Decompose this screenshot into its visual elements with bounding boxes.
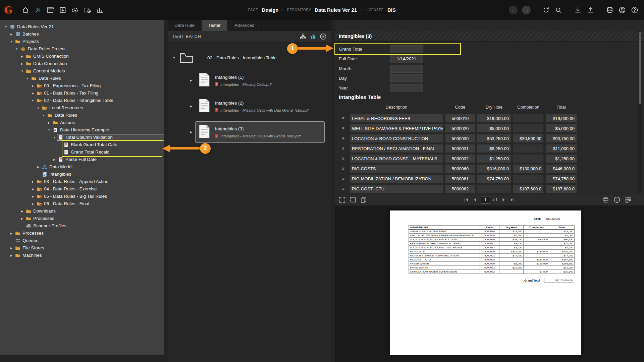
document-expander-collapsed-icon[interactable]: ▶ — [187, 130, 195, 134]
scrollbar-thumb[interactable] — [639, 32, 641, 104]
tree-item-parse-full-date[interactable]: ▶Parse Full Date — [0, 156, 164, 163]
tree-item-body[interactable]: Projects — [14, 38, 41, 45]
tree-item-grand-total-recalc[interactable]: Grand Total Recalc — [0, 148, 164, 156]
cell-description[interactable]: LOCATION & ROAD CONSTRUCTION — [350, 134, 443, 142]
tree-item-data-hierarchy-example[interactable]: ▼Data Hierarchy Example — [0, 126, 164, 134]
cell-total[interactable]: $1,250.00 — [546, 155, 577, 163]
repository-value[interactable]: Data Rules Ver 21 — [315, 7, 357, 13]
tree-item-body[interactable]: Downloads — [25, 208, 58, 215]
tree-item-body[interactable]: 02 - Data Rules - Intangibles Table — [36, 97, 116, 104]
tree-item-body[interactable]: Data Rules — [30, 75, 63, 82]
row-drag-handle-icon[interactable]: ≡ — [339, 176, 347, 181]
tree-item-body[interactable]: 06 - Data Rules - Final — [36, 200, 92, 207]
cell-dry-hole[interactable]: $74,750.00 — [477, 175, 511, 183]
row-drag-handle-icon[interactable]: ≡ — [339, 186, 347, 191]
tree-item-total-column-validation[interactable]: ▼Total Column Validation — [0, 134, 164, 141]
tree-expander-open-icon[interactable]: ▼ — [41, 114, 46, 117]
page-value[interactable]: Design — [262, 7, 279, 13]
field-value-input[interactable]: 1/14/2021 — [390, 55, 423, 63]
tree-expander-open-icon[interactable]: ▼ — [30, 99, 36, 102]
tools-icon[interactable] — [34, 6, 42, 14]
tree-item-body[interactable]: Data Rules — [46, 112, 79, 119]
tree-expander-open-icon[interactable]: ▼ — [25, 77, 30, 80]
user-account-icon[interactable] — [618, 6, 626, 14]
tree-item-body[interactable]: CMIS Connection — [25, 53, 71, 60]
tree-item-data-rules[interactable]: ▼Data Rules — [0, 112, 164, 119]
refresh-icon[interactable] — [542, 6, 550, 14]
tree-expander-closed-icon[interactable]: ▶ — [30, 180, 36, 183]
tree-expander-closed-icon[interactable]: ▶ — [30, 92, 36, 95]
document-row-intangibles-2[interactable]: ▶Intangibles (2)Intangibles - Missing Ce… — [168, 96, 331, 117]
cell-total[interactable]: $5,000.00 — [546, 124, 577, 132]
tree-item-body[interactable]: Data Connection — [25, 60, 69, 67]
tree-expander-open-icon[interactable]: ▼ — [9, 40, 14, 43]
tree-expander-closed-icon[interactable]: ▶ — [19, 55, 25, 58]
document-expander-collapsed-icon[interactable]: ▶ — [187, 79, 195, 82]
tree-item-processes[interactable]: ▶Processes — [0, 230, 164, 237]
info-icon[interactable] — [613, 196, 621, 203]
select-region-icon[interactable] — [350, 196, 357, 203]
cell-completion[interactable]: $30,500.00 — [513, 134, 543, 142]
document-page[interactable]: DATE01/14/2021INTANGIBLESCodeDry HoleCom… — [390, 210, 581, 355]
tree-item-body[interactable]: Grand Total Recalc — [62, 149, 112, 156]
tree-expander-open-icon[interactable]: ▼ — [3, 25, 9, 28]
cell-description[interactable]: RIG MOBILIZATION / DEMOBILIZATION — [350, 175, 443, 183]
tree-item-data-rules-project[interactable]: ▼Data Rules Project — [0, 45, 164, 53]
archive-box-icon[interactable] — [46, 6, 54, 14]
row-drag-handle-icon[interactable]: ≡ — [339, 116, 347, 121]
row-drag-handle-icon[interactable]: ≡ — [339, 166, 347, 171]
tree-item-00-expressions-tax-filing[interactable]: ▶00 - Expressions - Tax Filing — [0, 82, 164, 89]
table-row[interactable]: ≡LOCATION & ROAD CONSTRUCTION5000030$53,… — [335, 133, 590, 143]
cell-total[interactable]: $187,600.0 — [546, 185, 577, 193]
help-icon[interactable] — [631, 6, 639, 14]
cell-dry-hole[interactable]: $1,250.00 — [477, 155, 511, 163]
cell-completion[interactable]: $130,000.0 — [513, 165, 543, 173]
tree-expander-closed-icon[interactable]: ▶ — [19, 210, 25, 213]
box-clock-icon[interactable] — [84, 6, 92, 14]
tree-item-05-data-rules-big-tax-rules[interactable]: ▶05 - Data Rules - Big Tax Rules — [0, 193, 164, 200]
tree-expander-closed-icon[interactable]: ▶ — [30, 195, 36, 198]
cell-total[interactable]: $19,000.00 — [546, 114, 577, 122]
tree-item-body[interactable]: Scanner Profiles — [25, 223, 69, 229]
last-page-icon[interactable] — [509, 197, 515, 203]
tree-item-projects[interactable]: ▼Projects — [0, 38, 164, 45]
table-row[interactable]: ≡RIG MOBILIZATION / DEMOBILIZATION500006… — [335, 174, 590, 184]
home-icon[interactable] — [21, 6, 30, 14]
cell-description[interactable]: LOCATION & ROAD CONST. - MATERIALS — [350, 155, 443, 163]
field-value-input[interactable] — [390, 74, 423, 82]
tree-expander-closed-icon[interactable]: ▶ — [9, 247, 14, 250]
document-card[interactable]: Intangibles (1)Intangibles - Missing Cel… — [195, 70, 325, 91]
table-row[interactable]: ≡LOCATION & ROAD CONST. - MATERIALS50000… — [335, 154, 590, 164]
tab-data-rule[interactable]: Data Rule — [168, 20, 202, 31]
tree-expander-closed-icon[interactable]: ▶ — [30, 84, 36, 87]
field-value-input[interactable] — [390, 65, 423, 73]
cell-code[interactable]: 5000031 — [445, 144, 475, 153]
tab-advanced[interactable]: Advanced — [228, 20, 262, 31]
database-icon[interactable] — [606, 6, 614, 14]
tree-item-body[interactable]: 01 - Data Rules - Tax Filing — [36, 90, 101, 97]
table-row[interactable]: ≡RIG COST -CTU5000062$187,600.0$187,600.… — [335, 184, 590, 194]
previous-page-icon[interactable] — [472, 197, 478, 203]
table-row[interactable]: ≡LEGAL & RECORDING FEES5000010$19,000.00… — [335, 113, 590, 123]
tree-item-data-connection[interactable]: ▶Data Connection — [0, 60, 164, 67]
upload-icon[interactable] — [586, 6, 594, 14]
tree-expander-open-icon[interactable]: ▼ — [46, 129, 52, 132]
tree-item-body[interactable]: Total Column Validation — [57, 134, 164, 141]
cell-dry-hole[interactable]: $5,000.00 — [477, 124, 511, 132]
tree-item-data-rules-ver-21[interactable]: ▼Data Rules Ver 21 — [0, 23, 164, 31]
field-value-input[interactable] — [390, 45, 423, 53]
cell-code[interactable]: 5000030 — [445, 134, 475, 142]
cell-code[interactable]: 5000060 — [445, 165, 475, 173]
tree-item-body[interactable]: Batches — [14, 31, 41, 38]
cloud-upload-icon[interactable] — [71, 6, 79, 14]
data-panel-scrollbar[interactable] — [638, 31, 641, 194]
tree-expander-open-icon[interactable]: ▼ — [52, 136, 57, 139]
tree-item-body[interactable]: Content Models — [25, 68, 67, 74]
tree-item-data-model[interactable]: ▶Data Model — [0, 163, 164, 171]
tree-item-cmis-connection[interactable]: ▶CMIS Connection — [0, 53, 164, 60]
app-logo[interactable]: G — [0, 4, 17, 16]
cell-description[interactable]: RESTORATION / RECLAIMATION - FINAL — [350, 144, 443, 153]
tree-item-body[interactable]: 04 - Data Rules - Exercise — [36, 186, 99, 192]
tree-item-machines[interactable]: ▶Machines — [0, 252, 164, 259]
tree-expander-closed-icon[interactable]: ▶ — [30, 202, 36, 205]
